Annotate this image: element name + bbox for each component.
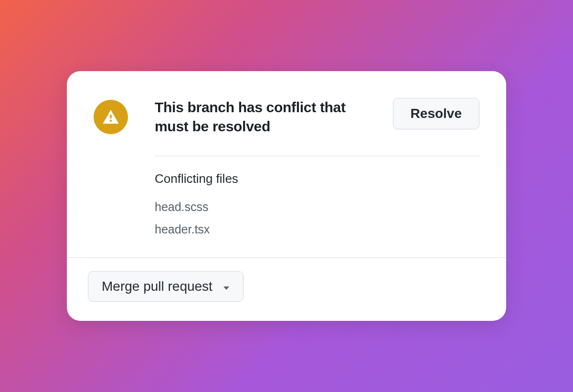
- conflicting-file-item: header.tsx: [155, 223, 479, 236]
- conflict-title: This branch has conflict that must be re…: [155, 98, 379, 137]
- caret-down-icon: [223, 279, 230, 294]
- svg-rect-0: [110, 114, 112, 118]
- merge-conflict-panel: This branch has conflict that must be re…: [67, 71, 506, 321]
- divider: [155, 156, 479, 156]
- panel-footer: Merge pull request: [67, 257, 506, 321]
- panel-body: This branch has conflict that must be re…: [67, 71, 506, 257]
- svg-point-1: [110, 119, 112, 121]
- conflicting-files-heading: Conflicting files: [155, 171, 479, 186]
- merge-button-label: Merge pull request: [102, 279, 212, 294]
- warning-icon: [94, 100, 128, 134]
- conflicting-file-list: head.scss header.tsx: [155, 201, 479, 236]
- resolve-button[interactable]: Resolve: [393, 98, 479, 129]
- merge-pull-request-button[interactable]: Merge pull request: [88, 271, 244, 302]
- conflicting-file-item: head.scss: [155, 201, 479, 214]
